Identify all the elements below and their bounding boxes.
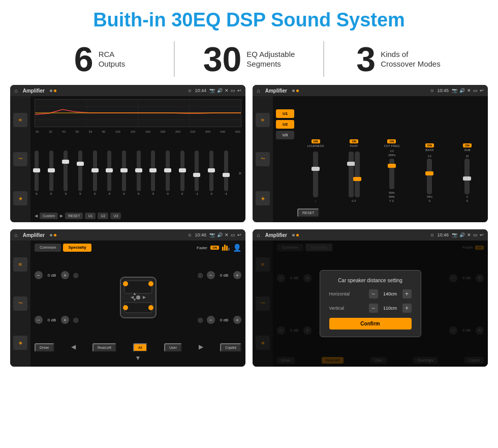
- cs-sidebar-btn-3[interactable]: ◈: [13, 336, 27, 350]
- topbar-2: ⌂ Amplifier ⊙ 10:45 📷🔊✕▭↩: [253, 85, 488, 96]
- topbar-icons-1: 📷🔊✕▭↩: [209, 88, 241, 93]
- eq-slider-2[interactable]: 0: [64, 151, 68, 195]
- cs-wave-icon: 〜: [18, 300, 23, 307]
- eq-u2-btn[interactable]: U2: [98, 213, 108, 219]
- eq-slider-10[interactable]: 0: [180, 151, 184, 195]
- vol-minus-3[interactable]: −: [207, 271, 215, 279]
- tab-common[interactable]: Common: [35, 244, 61, 252]
- cs-content-area: ≋ 〜 ◈ Common Specialty Fader ON: [10, 241, 245, 367]
- time-3: 10:46: [195, 232, 206, 237]
- bass-on[interactable]: ON: [425, 143, 434, 147]
- screen-specialty: ⌂ Amplifier ⊙ 10:46 📷🔊✕▭↩ ≋ 〜: [10, 229, 245, 367]
- time-4: 10:46: [437, 232, 449, 237]
- eq-slider-6[interactable]: 0: [122, 151, 126, 195]
- vol-plus-2[interactable]: +: [61, 316, 69, 324]
- eq-reset-btn[interactable]: RESET: [65, 213, 83, 219]
- amp-sidebar-btn-2[interactable]: 〜: [256, 152, 270, 166]
- sub-label: SUB: [464, 148, 470, 152]
- vol-val-1: 0 dB: [45, 273, 59, 278]
- status-dots-2: [292, 89, 299, 92]
- driver-btn[interactable]: Driver: [35, 343, 54, 352]
- home-icon-2[interactable]: ⌂: [257, 87, 260, 94]
- sub-on[interactable]: ON: [463, 143, 472, 147]
- tab-specialty[interactable]: Specialty: [63, 244, 91, 252]
- dialog-title: Car speaker distance setting: [329, 278, 412, 283]
- cs-eq-icon: ≋: [18, 262, 22, 267]
- all-btn[interactable]: All: [133, 343, 147, 352]
- eq-u3-btn[interactable]: U3: [110, 213, 121, 219]
- u3-button[interactable]: U3: [276, 131, 294, 139]
- eq-play-arrow[interactable]: ▶: [60, 214, 63, 218]
- copilot-btn[interactable]: Copilot: [220, 343, 241, 352]
- eq-prev-arrow[interactable]: ◀: [35, 214, 38, 218]
- eq-sidebar-btn-3[interactable]: ◈: [13, 191, 27, 205]
- vol-plus-1[interactable]: +: [61, 271, 69, 279]
- speaker-circle-3: ◎: [198, 272, 203, 279]
- amp-u-buttons: U1 U2 U3: [276, 99, 294, 219]
- loudness-on[interactable]: ON: [312, 139, 320, 143]
- amp-sidebar-btn-3[interactable]: ◈: [256, 191, 270, 205]
- vol-plus-3[interactable]: +: [233, 271, 241, 279]
- phat-label: PHAT: [350, 144, 358, 147]
- dlg-vertical-label: Vertical: [329, 306, 345, 311]
- title-2: Amplifier: [265, 88, 287, 94]
- eq-sidebar-btn-2[interactable]: 〜: [13, 152, 27, 166]
- dlg-vertical-plus[interactable]: +: [402, 304, 412, 313]
- fader-on-badge[interactable]: ON: [210, 246, 219, 250]
- u1-button[interactable]: U1: [276, 109, 294, 118]
- u2-button[interactable]: U2: [276, 120, 294, 129]
- loudness-val: ~: [315, 199, 317, 202]
- arrow-left-cs[interactable]: ◀: [71, 343, 76, 352]
- amp-sidebar-btn-1[interactable]: ≋: [256, 113, 270, 127]
- home-icon-1[interactable]: ⌂: [14, 87, 18, 94]
- cs-sidebar-btn-2[interactable]: 〜: [13, 296, 27, 311]
- cutfreq-on[interactable]: ON: [387, 139, 396, 143]
- amp-reset-btn[interactable]: RESET: [297, 208, 319, 217]
- topbar-icons-3: 📷🔊✕▭↩: [209, 232, 241, 237]
- user-btn[interactable]: User: [164, 343, 182, 352]
- screen-eq: ⌂ Amplifier ⊙ 10:44 📷🔊✕▭↩ ≋ 〜: [10, 85, 245, 222]
- vol-minus-2[interactable]: −: [35, 316, 43, 324]
- eq-slider-8[interactable]: 0: [151, 151, 155, 195]
- eq-slider-1[interactable]: 0: [49, 151, 53, 195]
- eq-slider-13[interactable]: -1: [224, 151, 228, 195]
- car-diagram: ▲ ▼ ◀ ▶: [82, 254, 194, 341]
- eq-slider-9[interactable]: 0: [166, 151, 170, 195]
- eq-preset-custom[interactable]: Custom: [40, 213, 58, 219]
- home-icon-4[interactable]: ⌂: [257, 232, 260, 238]
- screen-dialog: ⌂ Amplifier ⊙ 10:46 📷🔊✕▭↩ ≋ 〜: [253, 229, 488, 367]
- title-4: Amplifier: [265, 232, 287, 238]
- eq-slider-4[interactable]: 0: [93, 151, 97, 195]
- eq-arrow-more[interactable]: »: [238, 170, 241, 176]
- vol-val-2: 0 dB: [45, 318, 59, 322]
- home-icon-3[interactable]: ⌂: [14, 232, 18, 238]
- dialog-overlay: Car speaker distance setting Horizontal …: [253, 241, 488, 367]
- eq-slider-7[interactable]: 0: [137, 151, 141, 195]
- bottom-chevron-down[interactable]: ▼: [135, 354, 141, 362]
- stat-rca: 6 RCAOutputs: [30, 42, 169, 76]
- eq-slider-5[interactable]: 0: [107, 151, 111, 195]
- eq-sidebar-btn-1[interactable]: ≋: [13, 113, 27, 127]
- dlg-vertical-minus[interactable]: −: [369, 304, 378, 313]
- vol-val-3: 0 dB: [217, 273, 231, 278]
- rearleft-btn[interactable]: RearLeft: [92, 343, 116, 352]
- dlg-horizontal-minus[interactable]: −: [369, 289, 378, 298]
- eq-u1-btn[interactable]: U1: [85, 213, 96, 219]
- title-1: Amplifier: [23, 88, 45, 94]
- vol-plus-4[interactable]: +: [233, 316, 241, 324]
- dlg-horizontal-plus[interactable]: +: [402, 289, 412, 298]
- arrow-right-cs[interactable]: ▶: [199, 343, 203, 352]
- eq-slider-11[interactable]: -1: [195, 151, 199, 195]
- eq-slider-3[interactable]: 5: [78, 151, 82, 195]
- amp-channels: ON LOUDNESS ~: [297, 99, 485, 219]
- vol-minus-1[interactable]: −: [35, 271, 43, 279]
- vol-minus-4[interactable]: −: [207, 316, 215, 324]
- cs-tabs-row: Common Specialty Fader ON 👤: [35, 244, 241, 252]
- channel-bass: ON BASS 3.0 70Hz: [422, 143, 437, 202]
- eq-slider-0[interactable]: 0: [35, 151, 39, 195]
- eq-slider-12[interactable]: 0: [209, 151, 213, 195]
- eq-sliders-row: 0 0 0 5 0: [35, 135, 241, 211]
- confirm-button[interactable]: Confirm: [329, 318, 412, 330]
- phat-on[interactable]: ON: [350, 139, 358, 143]
- cs-sidebar-btn-1[interactable]: ≋: [13, 257, 27, 272]
